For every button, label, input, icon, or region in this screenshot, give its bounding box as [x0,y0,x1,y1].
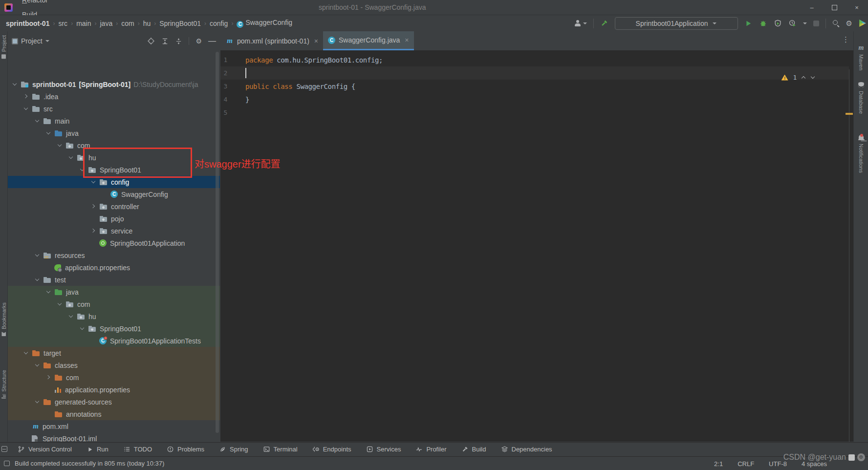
tab-close-icon[interactable]: × [405,36,409,44]
chevron-down-icon[interactable] [24,351,28,355]
search-everywhere-button[interactable] [832,20,840,27]
tool-button-dependencies[interactable]: Dependencies [501,446,552,453]
editor-tab-pom[interactable]: mpom.xml (sprintboot-01)× [221,31,323,50]
tool-button-todo[interactable]: TODO [123,446,152,453]
event-log-icon[interactable] [4,461,10,466]
chevron-down-icon[interactable] [35,400,40,404]
project-panel-title[interactable]: Project [21,37,43,45]
tree-row[interactable]: mpom.xml [8,420,220,432]
tree-row[interactable]: CSpringBoot01ApplicationTests [8,335,220,347]
close-button[interactable]: × [846,0,868,15]
chevron-down-icon[interactable] [24,107,28,111]
chevron-up-icon[interactable] [802,75,806,80]
tree-row[interactable]: SpringBoot-01.iml [8,432,220,442]
breadcrumb-item[interactable]: src [58,20,67,27]
tree-row[interactable]: generated-sources [8,396,220,408]
chevron-right-icon[interactable] [91,229,96,233]
tool-tab-maven[interactable]: m Maven [854,44,868,70]
expand-all-button[interactable] [161,38,169,45]
inspections-widget[interactable]: 1 [781,74,815,81]
chevron-down-icon[interactable] [58,143,62,148]
run-button[interactable] [744,19,753,27]
breadcrumb-item[interactable]: main [76,20,91,27]
chevron-down-icon[interactable] [58,302,62,306]
hide-panel-button[interactable]: — [208,37,216,45]
tree-row[interactable]: java [8,286,220,298]
tree-row[interactable]: application.properties [8,384,220,396]
tree-row[interactable]: pojo [8,213,220,225]
profiler-button[interactable] [788,19,797,27]
menu-item-refactor[interactable]: Refactor [18,0,53,7]
build-hammer-button[interactable] [600,19,608,27]
chevron-down-icon[interactable] [35,363,40,367]
maximize-button[interactable] [823,0,846,15]
chevron-down-icon[interactable] [803,22,807,24]
tree-row[interactable]: CSwaggerConfig [8,188,220,200]
tree-row[interactable]: main [8,115,220,127]
caret-position[interactable]: 2:1 [714,460,723,468]
kebab-menu-icon[interactable]: ⋮ [842,35,849,44]
tree-row[interactable]: controller [8,200,220,213]
chevron-down-icon[interactable] [35,119,40,123]
tool-button-profiler[interactable]: Profiler [415,446,446,453]
tree-row[interactable]: sprintboot-01[SpringBoot-01]D:\StudyDocu… [8,78,220,90]
tool-button-endpoints[interactable]: Endpoints [312,446,351,453]
chevron-down-icon[interactable] [91,180,96,184]
chevron-down-icon[interactable] [811,75,815,80]
tree-row[interactable]: com [8,298,220,310]
tool-tab-notifications[interactable]: Notifications [854,135,868,173]
run-config-select[interactable]: Sprintboot01Application [615,17,738,30]
stop-button[interactable] [813,21,819,26]
line-separator[interactable]: CRLF [738,460,754,468]
chevron-down-icon[interactable] [35,253,40,257]
tool-tab-bookmarks[interactable]: Bookmarks [1,302,7,336]
tool-button-spring[interactable]: Spring [219,446,248,453]
tool-button-terminal[interactable]: Terminal [263,446,298,453]
chevron-right-icon[interactable] [46,375,51,380]
editor-tab-swaggerconfig[interactable]: CSwaggerConfig.java× [323,31,413,50]
chevron-down-icon[interactable] [13,82,17,86]
tool-tab-project[interactable]: Project [1,35,7,59]
tree-row[interactable]: test [8,274,220,286]
tool-button-run[interactable]: Run [87,446,108,453]
tree-row[interactable]: SpringBoot01 [8,322,220,335]
tree-row[interactable]: src [8,103,220,115]
locate-file-button[interactable] [147,37,155,45]
breadcrumb-item[interactable]: config [210,20,228,27]
code-editor[interactable]: 1package com.hu.SpringBoot01.config;23pu… [220,50,853,442]
chevron-down-icon[interactable] [46,290,51,294]
tree-row[interactable]: resources [8,249,220,261]
chevron-down-icon[interactable] [80,326,85,331]
chevron-down-icon[interactable] [69,314,73,319]
tree-row[interactable]: com [8,371,220,384]
settings-gear-button[interactable]: ⚙ [846,20,852,27]
panel-settings-button[interactable]: ⚙ [195,38,202,44]
user-button[interactable] [574,20,587,27]
breadcrumb-item[interactable]: java [100,20,112,27]
window-switcher-icon[interactable] [1,446,7,452]
chevron-right-icon[interactable] [91,204,96,209]
tree-row[interactable]: .idea [8,90,220,103]
breadcrumb-item[interactable]: SpringBoot01 [159,20,201,27]
tree-row[interactable]: application.properties [8,261,220,274]
tool-button-build[interactable]: Build [461,446,486,453]
tool-tab-structure[interactable]: Structure [1,370,7,399]
tool-button-version-control[interactable]: Version Control [18,446,72,453]
tool-button-problems[interactable]: Problems [167,446,204,453]
tree-row[interactable]: service [8,225,220,237]
tool-button-services[interactable]: Services [366,446,401,453]
tab-close-icon[interactable]: × [314,37,318,45]
tree-row[interactable]: SpringBoot01Application [8,237,220,249]
chevron-down-icon[interactable] [69,155,73,160]
debug-button[interactable] [759,19,767,27]
minimize-button[interactable]: – [801,0,823,15]
tree-row[interactable]: classes [8,359,220,371]
toolbox-icon[interactable] [859,20,866,27]
chevron-down-icon[interactable] [45,40,49,42]
warning-stripe-mark[interactable] [846,113,853,115]
project-scrollbar[interactable] [216,52,219,433]
tool-tab-database[interactable]: Database [854,82,868,114]
tree-row[interactable]: java [8,127,220,139]
chevron-right-icon[interactable] [24,94,28,99]
tree-row[interactable]: annotations [8,408,220,420]
